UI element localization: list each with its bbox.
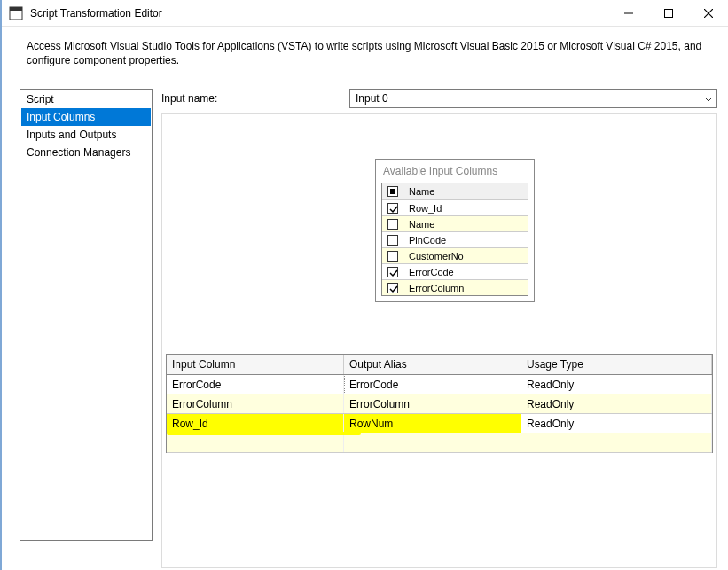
header-usage-type[interactable]: Usage Type bbox=[521, 355, 712, 374]
cell-output-alias[interactable]: ErrorColumn bbox=[344, 394, 521, 413]
app-icon bbox=[9, 6, 23, 20]
minimize-button[interactable] bbox=[608, 0, 648, 27]
nav-item-inputs-outputs[interactable]: Inputs and Outputs bbox=[21, 126, 151, 144]
header-input-column[interactable]: Input Column bbox=[167, 355, 344, 374]
table-row[interactable]: ErrorColumn ErrorColumn ReadOnly bbox=[167, 394, 712, 414]
available-column-label: ErrorCode bbox=[403, 264, 528, 279]
cell-usage-type[interactable]: ReadOnly bbox=[521, 375, 712, 394]
available-column-row[interactable]: Name bbox=[382, 215, 528, 231]
available-column-row[interactable]: ErrorCode bbox=[382, 263, 528, 279]
nav-panel: Script Input Columns Inputs and Outputs … bbox=[20, 89, 153, 541]
available-column-label: ErrorColumn bbox=[403, 280, 528, 295]
checkbox[interactable] bbox=[387, 203, 398, 214]
available-columns-header: Name bbox=[403, 183, 528, 199]
cell-output-alias[interactable]: ErrorCode bbox=[344, 375, 521, 394]
cell-input-column[interactable]: ErrorCode bbox=[167, 375, 344, 394]
cell-usage-type[interactable]: ReadOnly bbox=[521, 414, 712, 433]
available-column-row[interactable]: ErrorColumn bbox=[382, 279, 528, 295]
available-column-row[interactable]: CustomerNo bbox=[382, 247, 528, 263]
nav-item-script[interactable]: Script bbox=[21, 90, 151, 108]
checkbox[interactable] bbox=[387, 283, 398, 293]
available-columns-grid: Name Row_Id Name PinCode bbox=[381, 183, 528, 296]
table-header: Input Column Output Alias Usage Type bbox=[167, 355, 712, 375]
selected-columns-table: Input Column Output Alias Usage Type Err… bbox=[166, 354, 713, 453]
checkbox[interactable] bbox=[387, 251, 398, 262]
available-column-label: CustomerNo bbox=[403, 248, 528, 263]
checkbox[interactable] bbox=[387, 267, 398, 277]
input-name-select[interactable]: Input 0 bbox=[349, 89, 717, 108]
chevron-down-icon bbox=[704, 94, 713, 104]
nav-item-input-columns[interactable]: Input Columns bbox=[21, 108, 151, 126]
available-column-label: Name bbox=[403, 216, 528, 231]
available-columns-header-row: Name bbox=[382, 183, 528, 199]
input-name-label: Input name: bbox=[161, 92, 349, 105]
svg-rect-1 bbox=[10, 7, 22, 11]
available-column-row[interactable]: Row_Id bbox=[382, 199, 528, 215]
table-row-empty[interactable] bbox=[167, 433, 712, 453]
available-columns-title: Available Input Columns bbox=[376, 160, 534, 183]
input-columns-group: Available Input Columns Name Row_Id bbox=[161, 113, 717, 568]
table-row[interactable]: Row_Id RowNum ReadOnly bbox=[167, 414, 712, 433]
cell-output-alias[interactable] bbox=[344, 433, 521, 452]
available-column-label: Row_Id bbox=[403, 200, 528, 215]
description-text: Access Microsoft Visual Studio Tools for… bbox=[2, 27, 728, 89]
checkbox[interactable] bbox=[387, 219, 398, 230]
window-title: Script Transformation Editor bbox=[30, 7, 608, 20]
cell-input-column[interactable]: ErrorColumn bbox=[167, 394, 344, 413]
titlebar: Script Transformation Editor bbox=[2, 0, 728, 27]
svg-rect-3 bbox=[664, 9, 672, 17]
nav-item-connection-managers[interactable]: Connection Managers bbox=[21, 144, 151, 161]
table-row[interactable]: ErrorCode ErrorCode ReadOnly bbox=[167, 375, 712, 394]
available-column-label: PinCode bbox=[403, 232, 528, 247]
header-output-alias[interactable]: Output Alias bbox=[344, 355, 521, 374]
checkbox[interactable] bbox=[387, 235, 398, 246]
available-column-row[interactable]: PinCode bbox=[382, 231, 528, 247]
maximize-button[interactable] bbox=[648, 0, 688, 27]
cell-output-alias[interactable]: RowNum bbox=[344, 414, 521, 433]
input-name-value: Input 0 bbox=[356, 92, 388, 105]
close-button[interactable] bbox=[688, 0, 728, 27]
cell-usage-type[interactable]: ReadOnly bbox=[521, 394, 712, 413]
select-all-checkbox[interactable] bbox=[387, 186, 398, 197]
cell-input-column[interactable] bbox=[167, 433, 344, 452]
cell-input-column[interactable]: Row_Id bbox=[167, 414, 344, 433]
available-columns-panel: Available Input Columns Name Row_Id bbox=[375, 159, 535, 302]
cell-usage-type[interactable] bbox=[521, 433, 712, 452]
